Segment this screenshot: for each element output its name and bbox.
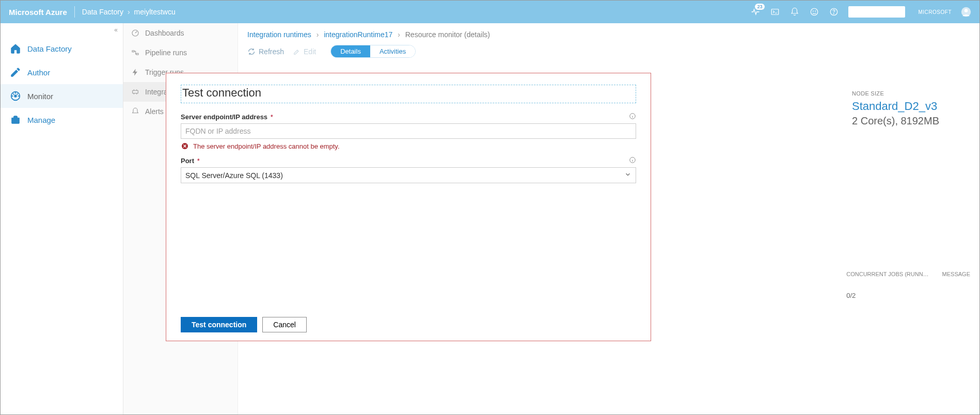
header-right-icons: 23 MICROSOFT (750, 6, 972, 18)
server-endpoint-label: Server endpoint/IP address (181, 113, 267, 121)
cancel-button[interactable]: Cancel (262, 317, 307, 332)
col-concurrent: CONCURRENT JOBS (RUNN… (846, 271, 928, 277)
chevron-down-icon (624, 171, 631, 180)
svg-point-7 (965, 9, 968, 12)
crumb-page: Resource monitor (details) (405, 30, 490, 39)
sidebar-item-label: Manage (27, 116, 55, 124)
pipeline-icon (131, 48, 140, 57)
sidebar-item-author[interactable]: Author (1, 60, 123, 84)
server-endpoint-error: The server endpoint/IP address cannot be… (181, 142, 636, 150)
row-concurrent-value: 0/2 (846, 277, 970, 299)
info-icon[interactable] (629, 113, 636, 121)
top-header: Microsoft Azure Data Factory › meiyltest… (1, 1, 979, 23)
server-endpoint-input[interactable] (181, 123, 636, 139)
sidebar-item-label: Monitor (27, 92, 53, 101)
required-asterisk: * (271, 113, 273, 121)
help-icon[interactable] (829, 7, 839, 17)
svg-point-2 (813, 11, 813, 11)
subnav-label: Dashboards (145, 29, 184, 37)
server-endpoint-field-group: Server endpoint/IP address * The server … (181, 113, 636, 150)
smiley-icon[interactable] (809, 7, 819, 17)
error-text: The server endpoint/IP address cannot be… (193, 142, 340, 150)
dialog-footer: Test connection Cancel (181, 317, 636, 332)
content-breadcrumb: Integration runtimes › integrationRuntim… (238, 23, 979, 42)
integration-icon (131, 87, 140, 97)
crumb-runtime[interactable]: integrationRuntime17 (324, 30, 392, 39)
diagnostics-icon[interactable]: 23 (750, 7, 761, 17)
node-size-card: NODE SIZE Standard_D2_v3 2 Core(s), 8192… (842, 82, 950, 135)
crumb-root[interactable]: Integration runtimes (247, 30, 311, 39)
brand-label[interactable]: Microsoft Azure (9, 6, 75, 18)
info-icon[interactable] (629, 156, 636, 165)
node-size-spec: 2 Core(s), 8192MB (852, 115, 939, 127)
jobs-table: CONCURRENT JOBS (RUNN… MESSAGE 0/2 (846, 271, 970, 299)
sidebar-item-data-factory[interactable]: Data Factory (1, 37, 123, 60)
notification-badge: 23 (755, 4, 764, 10)
bolt-icon (131, 68, 140, 77)
toolbox-icon (10, 114, 21, 125)
bell-icon[interactable] (789, 7, 800, 17)
account-org: MICROSOFT (919, 9, 952, 15)
collapse-sidebar-icon[interactable]: « (1, 23, 123, 37)
svg-point-5 (833, 13, 834, 14)
chevron-right-icon: › (128, 8, 130, 16)
port-field-group: Port * SQL Server/Azure SQL (1433) (181, 156, 636, 183)
sidebar-item-label: Data Factory (27, 44, 72, 53)
chevron-right-icon: › (313, 30, 322, 39)
view-tab-group: Details Activities (330, 45, 416, 58)
breadcrumb-resource[interactable]: meiyltestwcu (134, 8, 176, 16)
svg-rect-13 (133, 90, 138, 93)
svg-rect-0 (771, 9, 779, 15)
sidebar-item-monitor[interactable]: Monitor (1, 84, 123, 108)
error-icon (181, 142, 189, 150)
primary-sidebar: « Data Factory Author Monitor Manage (1, 23, 123, 414)
required-asterisk: * (197, 157, 200, 165)
gauge-icon (10, 90, 21, 102)
svg-rect-11 (132, 51, 134, 52)
col-message: MESSAGE (942, 271, 970, 277)
sidebar-item-manage[interactable]: Manage (1, 108, 123, 132)
svg-point-1 (811, 8, 818, 15)
content-toolbar: Refresh Edit Details Activities (238, 42, 979, 63)
account-name-masked[interactable] (848, 6, 905, 18)
test-connection-dialog: Test connection Server endpoint/IP addre… (166, 73, 651, 341)
header-breadcrumb: Data Factory › meiyltestwcu (75, 8, 176, 16)
port-label: Port (181, 157, 194, 165)
console-icon[interactable] (770, 7, 780, 17)
chevron-right-icon: › (394, 30, 403, 39)
sidebar-item-label: Author (27, 68, 50, 77)
tab-details[interactable]: Details (331, 45, 370, 57)
node-size-value: Standard_D2_v3 (852, 100, 939, 113)
subnav-label: Pipeline runs (145, 49, 187, 57)
dashboard-icon (131, 28, 140, 38)
breadcrumb-service[interactable]: Data Factory (82, 8, 123, 16)
node-size-label: NODE SIZE (852, 90, 939, 97)
subnav-item-dashboards[interactable]: Dashboards (123, 23, 238, 43)
dialog-title: Test connection (181, 85, 636, 103)
home-icon (10, 43, 21, 54)
port-selected-value: SQL Server/Azure SQL (1433) (185, 171, 283, 180)
edit-button[interactable]: Edit (293, 47, 316, 56)
svg-point-9 (14, 95, 17, 97)
refresh-label: Refresh (259, 47, 284, 56)
svg-rect-12 (136, 53, 138, 55)
port-select[interactable]: SQL Server/Azure SQL (1433) (181, 167, 636, 183)
pencil-icon (10, 67, 21, 78)
tab-activities[interactable]: Activities (370, 45, 415, 57)
test-connection-button[interactable]: Test connection (181, 317, 257, 332)
refresh-button[interactable]: Refresh (247, 47, 284, 56)
subnav-item-pipeline-runs[interactable]: Pipeline runs (123, 43, 238, 62)
bell-outline-icon (131, 107, 140, 116)
svg-point-3 (815, 11, 815, 11)
avatar-icon[interactable] (961, 7, 971, 17)
edit-label: Edit (304, 47, 316, 56)
